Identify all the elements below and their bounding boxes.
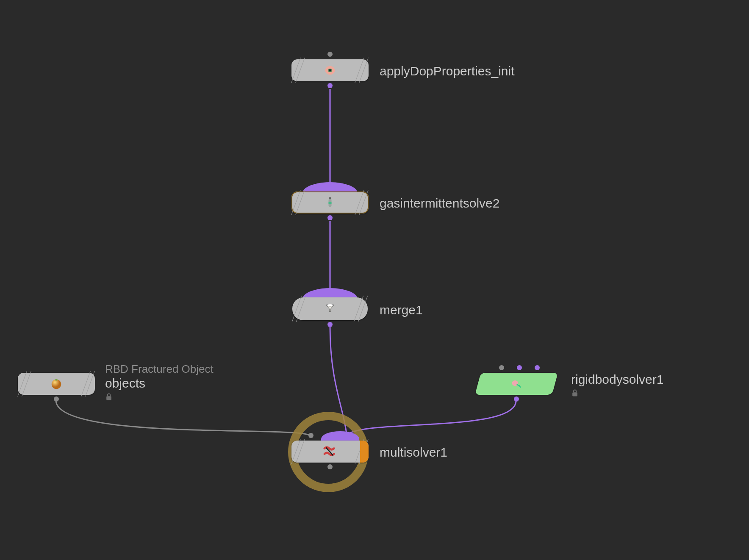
main-input-connector[interactable] (308, 433, 313, 438)
node-label: gasintermittentsolve2 (380, 196, 499, 211)
lock-icon (105, 393, 214, 404)
output-connector[interactable] (327, 83, 333, 88)
funnel-icon (323, 302, 337, 316)
node-comment: RBD Fractured Object objects (105, 363, 214, 404)
svg-rect-11 (572, 392, 577, 396)
wires-layer (0, 0, 749, 560)
sphere-icon (49, 377, 64, 391)
node-label-text: objects (105, 376, 214, 391)
svg-rect-4 (329, 202, 332, 204)
node-label: rigidbodysolver1 (571, 372, 663, 400)
input-connector[interactable] (327, 52, 333, 57)
node-label: multisolver1 (380, 445, 447, 460)
brain-icon (323, 63, 337, 78)
svg-point-8 (55, 379, 58, 381)
node-label-text: rigidbodysolver1 (571, 372, 663, 387)
svg-point-6 (326, 304, 334, 306)
gas-tank-icon (323, 195, 337, 210)
lock-icon (571, 389, 663, 400)
output-connector[interactable] (327, 464, 333, 469)
rbd-icon (509, 377, 524, 391)
node-label: merge1 (380, 302, 423, 318)
input-connector[interactable] (517, 365, 522, 370)
node-label: applyDopProperties_init (380, 64, 515, 79)
svg-point-7 (52, 380, 61, 389)
output-connector[interactable] (54, 396, 59, 402)
output-connector[interactable] (327, 322, 333, 327)
svg-rect-2 (329, 69, 331, 71)
svg-rect-9 (106, 396, 111, 400)
output-connector[interactable] (327, 215, 333, 220)
svg-rect-5 (329, 197, 331, 199)
node-graph-canvas[interactable]: applyDopProperties_init gasintermittents… (0, 0, 749, 560)
input-connector[interactable] (535, 365, 540, 370)
input-connector[interactable] (499, 365, 504, 370)
multisolver-icon (323, 444, 337, 459)
output-connector[interactable] (514, 396, 519, 402)
